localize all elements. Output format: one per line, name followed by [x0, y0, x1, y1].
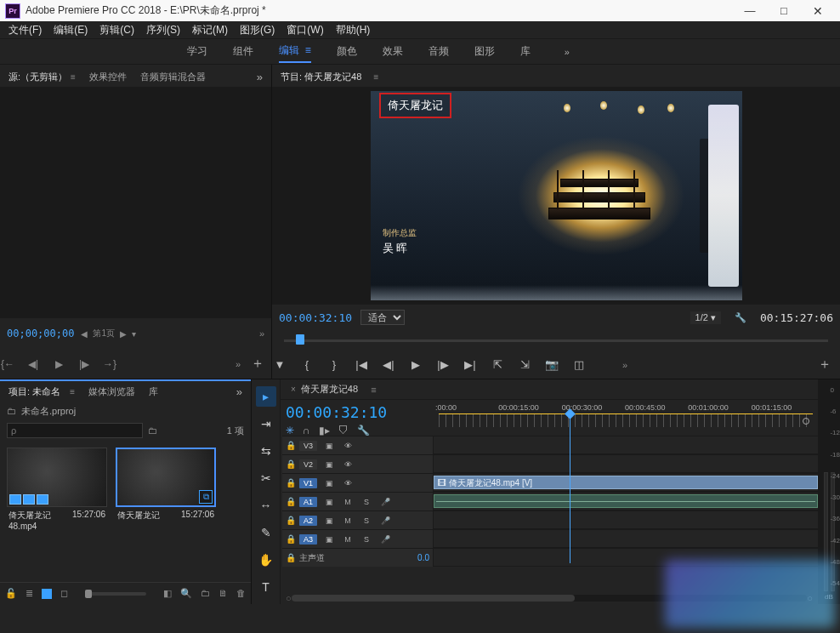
- workspace-overflow-icon[interactable]: »: [565, 47, 570, 57]
- track-label[interactable]: V1: [299, 478, 317, 488]
- master-value[interactable]: 0.0: [417, 553, 429, 562]
- menu-help[interactable]: 帮助(H): [331, 21, 376, 39]
- mark-out-icon[interactable]: →}: [102, 358, 117, 370]
- icon-view-icon[interactable]: [42, 589, 52, 599]
- circle-handle-icon[interactable]: ○: [286, 593, 292, 603]
- track-a1[interactable]: 🔒A1▣MS🎤: [282, 492, 818, 510]
- tab-project[interactable]: 项目: 未命名 ≡: [3, 384, 80, 400]
- compare-icon[interactable]: ◫: [571, 358, 587, 371]
- tab-libraries[interactable]: 库: [520, 41, 531, 62]
- list-view-icon[interactable]: ≣: [26, 588, 33, 599]
- lift-icon[interactable]: ⇱: [490, 358, 505, 371]
- tab-learn[interactable]: 学习: [187, 41, 207, 62]
- panel-menu-icon[interactable]: ≡: [70, 387, 75, 396]
- toggle-output-icon[interactable]: ▣: [322, 440, 336, 452]
- menu-window[interactable]: 窗口(W): [281, 21, 328, 39]
- timeline-timecode[interactable]: 00:00:32:10: [286, 403, 422, 421]
- source-monitor[interactable]: [0, 87, 271, 318]
- type-tool-icon[interactable]: T: [256, 577, 276, 597]
- program-scrubber[interactable]: [281, 332, 831, 349]
- panel-overflow-icon[interactable]: »: [231, 385, 247, 398]
- lock-icon[interactable]: 🔒: [286, 497, 294, 506]
- settings-icon[interactable]: ⛉: [338, 425, 349, 436]
- source-more-icon[interactable]: »: [236, 359, 241, 369]
- thumb-zoom-slider[interactable]: [85, 592, 146, 596]
- play-icon[interactable]: ▶: [51, 358, 66, 370]
- menu-markers[interactable]: 标记(M): [187, 21, 233, 39]
- panel-menu-icon[interactable]: ≡: [71, 72, 76, 82]
- lock-icon[interactable]: 🔒: [286, 534, 294, 544]
- master-track[interactable]: 🔒主声道0.0▸◂: [282, 548, 818, 567]
- time-ruler[interactable]: [439, 413, 813, 427]
- mute-icon[interactable]: M: [341, 533, 355, 545]
- page-next-icon[interactable]: ▶: [120, 329, 127, 339]
- resolution-select[interactable]: 1/2 ▾: [690, 311, 721, 324]
- menu-edit[interactable]: 编辑(E): [48, 21, 93, 39]
- zoom-fit-select[interactable]: 适合: [360, 310, 405, 325]
- title-text-overlay[interactable]: 倚天屠龙记: [379, 93, 451, 118]
- page-dropdown-icon[interactable]: ▾: [132, 329, 136, 339]
- filter-bin-icon[interactable]: 🗀: [148, 425, 157, 436]
- solo-icon[interactable]: S: [360, 515, 373, 527]
- tab-program[interactable]: 节目: 倚天屠龙记48 ≡: [275, 69, 383, 85]
- bin-clip[interactable]: 倚天屠龙记48.mp415:27:06: [7, 448, 107, 533]
- maximize-button[interactable]: □: [767, 0, 801, 21]
- tab-audio[interactable]: 音频: [429, 41, 449, 62]
- tab-graphics[interactable]: 图形: [474, 41, 495, 62]
- toggle-output-icon[interactable]: ▣: [322, 515, 336, 527]
- goto-out-icon[interactable]: ▶|: [463, 358, 478, 371]
- tab-assembly[interactable]: 组件: [233, 41, 253, 62]
- export-frame-icon[interactable]: 📷: [544, 358, 559, 371]
- razor-tool-icon[interactable]: ✂: [256, 468, 276, 488]
- timeline-zoom-scrollbar[interactable]: [292, 595, 808, 602]
- video-clip[interactable]: 🎞 倚天屠龙记48.mp4 [V]: [434, 476, 818, 489]
- wrench-icon[interactable]: 🔧: [357, 425, 370, 436]
- voice-icon[interactable]: 🎤: [378, 515, 392, 527]
- tab-editing[interactable]: 编辑 ≡: [279, 40, 311, 63]
- track-a2[interactable]: 🔒A2▣MS🎤: [282, 510, 818, 529]
- toggle-eye-icon[interactable]: 👁: [341, 440, 355, 452]
- menu-clip[interactable]: 剪辑(C): [94, 21, 139, 39]
- toggle-output-icon[interactable]: ▣: [322, 533, 336, 545]
- voice-icon[interactable]: 🎤: [378, 533, 392, 545]
- ripple-tool-icon[interactable]: ⇆: [256, 441, 276, 461]
- toggle-output-icon[interactable]: ▣: [322, 477, 336, 489]
- track-label[interactable]: V2: [299, 459, 317, 470]
- add-marker-icon[interactable]: ▼: [272, 358, 287, 371]
- mark-out-icon[interactable]: }: [326, 358, 342, 371]
- close-seq-icon[interactable]: ×: [291, 385, 296, 394]
- solo-icon[interactable]: S: [360, 496, 373, 508]
- freeform-view-icon[interactable]: ◻: [60, 588, 68, 599]
- lock-icon[interactable]: 🔒: [286, 516, 294, 525]
- auto-seq-icon[interactable]: ◧: [163, 588, 172, 599]
- page-prev-icon[interactable]: ◀: [81, 329, 88, 339]
- solo-icon[interactable]: S: [360, 533, 373, 545]
- goto-in-icon[interactable]: |◀: [354, 358, 369, 371]
- track-select-tool-icon[interactable]: ⇥: [256, 413, 276, 434]
- track-v2[interactable]: 🔒V2▣👁: [282, 454, 818, 473]
- voice-icon[interactable]: 🎤: [378, 496, 392, 508]
- clear-icon[interactable]: 🗑: [236, 588, 246, 599]
- lock-icon[interactable]: 🔒: [286, 478, 294, 488]
- mark-in-icon[interactable]: {: [299, 358, 315, 371]
- settings-icon[interactable]: 🔧: [735, 312, 746, 323]
- tab-effects[interactable]: 效果: [383, 41, 403, 62]
- selection-tool-icon[interactable]: ▸: [256, 386, 276, 407]
- source-overflow-icon[interactable]: »: [259, 328, 264, 339]
- track-label[interactable]: A2: [299, 516, 317, 526]
- program-timecode[interactable]: 00:00:32:10: [279, 311, 352, 324]
- circle-handle-icon[interactable]: ○: [807, 593, 813, 603]
- track-a3[interactable]: 🔒A3▣MS🎤: [282, 529, 818, 548]
- find-icon[interactable]: 🔍: [180, 588, 192, 599]
- toggle-eye-icon[interactable]: 👁: [341, 459, 355, 470]
- close-button[interactable]: ✕: [801, 0, 835, 21]
- tab-audio-clip-mixer[interactable]: 音频剪辑混合器: [135, 69, 211, 85]
- mute-icon[interactable]: M: [341, 515, 355, 527]
- track-label[interactable]: A1: [299, 497, 317, 507]
- mark-in-icon[interactable]: {←: [0, 358, 15, 370]
- tab-color[interactable]: 颜色: [337, 41, 357, 62]
- panel-menu-icon[interactable]: ≡: [373, 72, 378, 82]
- pen-tool-icon[interactable]: ✎: [256, 522, 276, 543]
- step-fwd-icon[interactable]: |▶: [435, 358, 451, 371]
- marker-icon[interactable]: ▮▸: [319, 425, 330, 436]
